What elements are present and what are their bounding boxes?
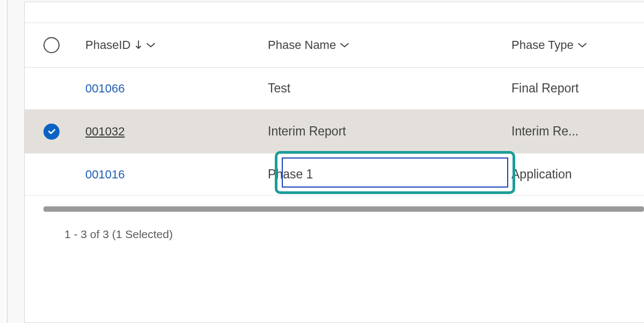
phase-id-link[interactable]: 001016: [85, 168, 125, 182]
chevron-down-icon: [577, 42, 587, 48]
phase-id-link[interactable]: 001032: [85, 125, 125, 139]
column-header-phasename[interactable]: Phase Name: [268, 38, 511, 52]
data-panel: PhaseID Phase Name Phase Type: [24, 2, 644, 323]
phase-type-text: Application: [511, 167, 572, 182]
sort-down-icon: [135, 40, 142, 51]
phase-name-text: Test: [268, 81, 290, 96]
chevron-down-icon: [340, 42, 349, 48]
column-header-phasetype[interactable]: Phase Type: [511, 38, 644, 52]
row-type-cell: Application: [511, 167, 644, 182]
row-name-cell: Phase 1: [268, 167, 511, 182]
row-id-cell: 001016: [85, 168, 268, 182]
row-name-cell: Test: [268, 81, 511, 96]
outer-frame-left: [0, 0, 8, 323]
phase-name-text: Phase 1: [268, 167, 313, 182]
column-label: Phase Name: [268, 38, 336, 52]
row-id-cell: 001032: [85, 125, 268, 139]
phase-name-text: Interim Report: [268, 124, 346, 139]
chevron-down-icon: [146, 42, 156, 48]
circle-checked-icon: [43, 124, 60, 140]
table-row[interactable]: 001016 Phase 1 Application: [25, 154, 644, 196]
circle-empty-icon: [43, 37, 60, 53]
row-id-cell: 001066: [85, 82, 268, 96]
column-label: PhaseID: [85, 38, 130, 52]
header-select-all[interactable]: [43, 37, 85, 53]
phase-type-text: Final Report: [511, 81, 579, 96]
row-checkbox-cell[interactable]: [43, 124, 85, 140]
table-container: PhaseID Phase Name Phase Type: [25, 2, 644, 241]
pagination-status: 1 - 3 of 3 (1 Selected): [25, 212, 644, 241]
column-label: Phase Type: [511, 38, 574, 52]
phase-type-text: Interim Re...: [511, 124, 579, 139]
row-type-cell: Interim Re...: [511, 124, 644, 139]
table-row[interactable]: 001066 Test Final Report: [25, 68, 644, 110]
row-type-cell: Final Report: [511, 81, 644, 96]
row-name-cell: Interim Report: [268, 124, 511, 139]
table-header-row: PhaseID Phase Name Phase Type: [25, 23, 644, 68]
horizontal-scrollbar[interactable]: [43, 206, 644, 212]
phase-id-link[interactable]: 001066: [85, 82, 125, 96]
column-header-phaseid[interactable]: PhaseID: [85, 38, 268, 52]
scrollbar-thumb[interactable]: [43, 206, 644, 212]
table-row[interactable]: 001032 Interim Report Interim Re...: [25, 110, 644, 154]
